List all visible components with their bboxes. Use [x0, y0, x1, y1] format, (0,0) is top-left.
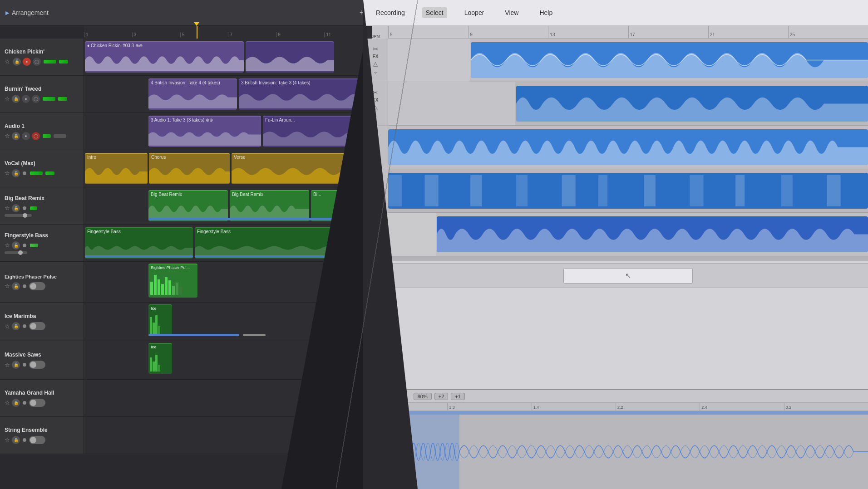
chevron-icon-4[interactable]: ⌄ — [373, 243, 378, 249]
fx-button-2[interactable]: FX — [373, 141, 379, 146]
right-waveform-3[interactable] — [388, 173, 868, 209]
eq-bar-8 — [176, 283, 178, 295]
region-bass-1[interactable]: Fingerstyle Bass — [85, 227, 193, 259]
fx-button-4[interactable]: FX — [373, 228, 379, 233]
sample-ctrl-plus2[interactable]: +2 — [434, 393, 449, 400]
right-waveform-1[interactable] — [516, 86, 868, 122]
fx-button-3[interactable]: FX — [373, 185, 379, 190]
lock-button-4[interactable]: 🔒 — [12, 204, 20, 212]
sample-ctrl-80[interactable]: 80% — [414, 393, 432, 400]
headphone-icon-2[interactable]: ☆ — [5, 132, 10, 139]
headphone-icon-7[interactable]: ☆ — [5, 323, 10, 330]
region-phaser-1[interactable]: Eighties Phaser Pul... — [148, 264, 197, 298]
region-chicken-1[interactable]: ♦ Chicken Pickin' #03.3 ⊕⊕ — [85, 41, 244, 73]
lock-button-3[interactable]: 🔒 — [12, 169, 20, 177]
headphone-ctrl-icon-0[interactable]: △ — [373, 60, 378, 67]
s-ruler-2: 1.3 — [447, 403, 531, 411]
headphone-icon-10[interactable]: ☆ — [5, 436, 10, 443]
right-waveform-2[interactable] — [388, 129, 868, 165]
record-button-1[interactable]: ● — [22, 95, 30, 103]
lock-button-8[interactable]: 🔒 — [12, 361, 20, 369]
menu-view[interactable]: View — [501, 7, 522, 18]
mute-button-1[interactable]: ◯ — [32, 95, 40, 103]
lock-button-5[interactable]: 🔒 — [12, 241, 20, 249]
level-meter-2 — [43, 134, 51, 138]
lock-button-7[interactable]: 🔒 — [12, 322, 20, 330]
toggle-9[interactable] — [29, 399, 45, 407]
toggle-7[interactable] — [29, 322, 45, 330]
region-burnin-1[interactable]: 4 British Invasion: Take 4 (4 takes) — [148, 78, 237, 110]
headphone-icon[interactable]: ☆ — [5, 58, 10, 65]
headphone-icon-4[interactable]: ☆ — [5, 205, 10, 211]
fx-button-1[interactable]: FX — [373, 98, 379, 103]
fader-4[interactable] — [5, 214, 32, 217]
track-controls-marimba: ☆ 🔒 — [5, 322, 79, 330]
r-ruler-5: 5 — [388, 26, 468, 38]
chevron-icon-0[interactable]: ⌄ — [373, 68, 378, 75]
region-marimba-1[interactable]: Ice — [148, 304, 172, 336]
status-dot-6 — [23, 284, 26, 288]
headphone-icon-1[interactable]: ☆ — [5, 95, 10, 102]
fader-5[interactable] — [5, 251, 27, 254]
headphone-icon-5[interactable]: ☆ — [5, 242, 10, 249]
lock-button-2[interactable]: 🔒 — [12, 132, 20, 140]
headphone-ctrl-icon-4[interactable]: △ — [373, 235, 378, 241]
toggle-8[interactable] — [29, 361, 45, 369]
fx-button-0[interactable]: FX — [373, 54, 379, 59]
region-chicken-2[interactable] — [246, 41, 334, 73]
region-bigbeat-1[interactable]: Big Beat Remix — [148, 190, 228, 221]
regions-burnin: 4 British Invasion: Take 4 (4 takes) 3 B… — [84, 76, 372, 112]
region-vocal-verse[interactable]: Verse — [232, 153, 372, 184]
lock-button-1[interactable]: 🔒 — [12, 95, 20, 103]
region-vocal-chorus[interactable]: Chorus — [149, 153, 230, 184]
headphone-icon-6[interactable]: ☆ — [5, 283, 10, 289]
sample-waveform-area[interactable] — [363, 415, 868, 489]
scissors-icon-1[interactable]: ✂ — [373, 89, 378, 96]
chevron-icon-2[interactable]: ⌄ — [373, 156, 378, 162]
region-label-bass-2: Fingerstyle Bass — [195, 228, 372, 235]
right-waveform-4[interactable] — [437, 216, 868, 252]
scissors-icon-0[interactable]: ✂ — [373, 45, 378, 53]
headphone-icon-9[interactable]: ☆ — [5, 399, 10, 406]
headphone-icon-8[interactable]: ☆ — [5, 362, 10, 368]
waveform-svg-0b — [246, 49, 334, 71]
headphone-ctrl-icon-2[interactable]: △ — [373, 147, 378, 154]
scissors-icon-2[interactable]: ✂ — [373, 132, 378, 140]
region-label-marimba-1: Ice — [148, 305, 172, 312]
region-burnin-2[interactable]: 3 British Invasion: Take 3 (4 takes) — [239, 78, 372, 110]
region-bigbeat-2[interactable]: Big Beat Remix — [230, 190, 309, 221]
scroll-thumb[interactable]: ↖ — [563, 268, 693, 284]
region-saws-1[interactable]: Ice — [148, 343, 172, 374]
lock-button-9[interactable]: 🔒 — [12, 399, 20, 407]
record-button-2[interactable]: ● — [22, 132, 30, 140]
region-vocal-intro[interactable]: Intro — [85, 153, 148, 184]
lock-button-6[interactable]: 🔒 — [12, 282, 20, 290]
toggle-10[interactable] — [29, 436, 45, 444]
chevron-icon-3[interactable]: ⌄ — [373, 199, 378, 205]
scissors-icon-4[interactable]: ✂ — [373, 220, 378, 227]
track-name-marimba: Ice Marimba — [5, 313, 79, 319]
region-bass-2[interactable]: Fingerstyle Bass — [195, 227, 372, 259]
ctrl-row-1: ✂ FX △ ⌄ — [363, 82, 388, 126]
menu-select[interactable]: Select — [422, 7, 447, 18]
region-audio1-2[interactable]: Fu-Lin Aroun... — [263, 116, 372, 147]
lock-button-10[interactable]: 🔒 — [12, 436, 20, 444]
playhead[interactable] — [197, 26, 197, 39]
sample-ctrl-plus1[interactable]: +1 — [451, 393, 465, 400]
menu-recording[interactable]: Recording — [372, 7, 409, 18]
record-button-0[interactable]: ● — [23, 58, 31, 66]
headphone-ctrl-icon-1[interactable]: △ — [373, 104, 378, 111]
scissors-icon-3[interactable]: ✂ — [373, 176, 378, 183]
headphone-ctrl-icon-3[interactable]: △ — [373, 191, 378, 198]
menu-help[interactable]: Help — [536, 7, 556, 18]
mute-button-0[interactable]: ◯ — [33, 58, 41, 66]
mute-button-2[interactable]: ◯ — [32, 132, 40, 140]
headphone-icon-3[interactable]: ☆ — [5, 170, 10, 176]
toggle-6[interactable] — [29, 282, 45, 290]
lock-button-0[interactable]: 🔒 — [13, 58, 21, 66]
chevron-icon-1[interactable]: ⌄ — [373, 112, 378, 118]
region-audio1-1[interactable]: 3 Audio 1: Take 3 (3 takes) ⊕⊕ — [148, 116, 261, 147]
right-waveform-0[interactable] — [471, 42, 868, 78]
menu-looper[interactable]: Looper — [461, 7, 488, 18]
track-name-vocal: VoCal (Max) — [5, 160, 79, 166]
